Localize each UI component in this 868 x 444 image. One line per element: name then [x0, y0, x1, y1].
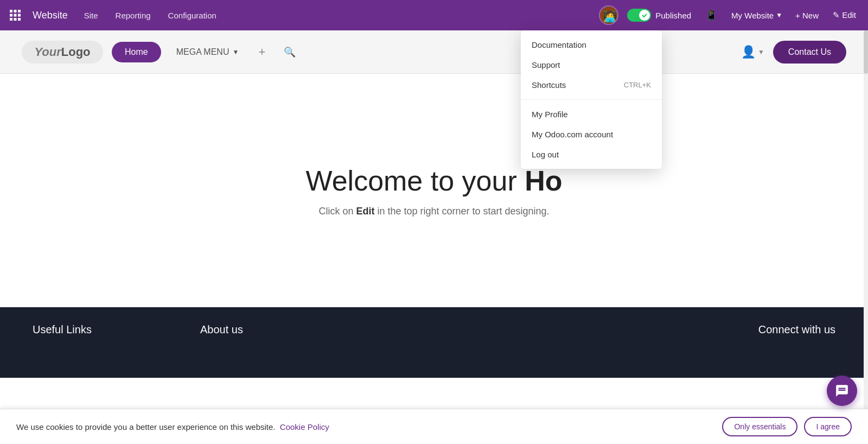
- cookie-policy-link[interactable]: Cookie Policy: [280, 422, 329, 432]
- mega-menu-label: MEGA MENU: [176, 47, 229, 57]
- cookie-banner: We use cookies to provide you a better u…: [0, 409, 868, 444]
- subtitle-edit: Edit: [356, 206, 374, 217]
- website-header: YourLogo Home MEGA MENU ▼ + 🔍 👤 ▼ Contac…: [0, 30, 868, 74]
- nav-configuration[interactable]: Configuration: [161, 0, 224, 30]
- edit-button[interactable]: ✎ Edit: [827, 8, 861, 22]
- avatar-button[interactable]: 🧑‍💻: [599, 5, 618, 25]
- cookie-text: We use cookies to provide you a better u…: [16, 422, 716, 432]
- main-content-area: Welcome to your Ho Click on Edit in the …: [0, 74, 868, 307]
- dropdown-support[interactable]: Support: [521, 55, 662, 75]
- welcome-prefix: Welcome to your: [306, 165, 525, 196]
- dropdown-logout[interactable]: Log out: [521, 144, 662, 164]
- cookie-message: We use cookies to provide you a better u…: [16, 422, 276, 432]
- my-odoo-label: My Odoo.com account: [532, 130, 613, 139]
- connect-title: Connect with us: [758, 324, 835, 336]
- top-navbar: Website Site Reporting Configuration 🧑‍💻…: [0, 0, 868, 30]
- support-label: Support: [532, 60, 560, 69]
- live-chat-button[interactable]: [827, 376, 857, 406]
- subtitle-suffix: in the top right corner to start designi…: [374, 206, 549, 217]
- dropdown-section-account: My Profile My Odoo.com account Log out: [521, 100, 662, 169]
- svg-rect-0: [10, 10, 12, 12]
- chevron-down-icon: ▼: [232, 48, 239, 56]
- published-label: Published: [655, 11, 691, 20]
- nav-reporting[interactable]: Reporting: [108, 0, 158, 30]
- footer-about-us: About us: [200, 324, 243, 336]
- svg-rect-4: [14, 14, 17, 17]
- contact-us-button[interactable]: Contact Us: [773, 41, 846, 64]
- dropdown-shortcuts[interactable]: Shortcuts CTRL+K: [521, 75, 662, 95]
- svg-rect-3: [10, 14, 12, 17]
- subtitle-prefix: Click on: [318, 206, 356, 217]
- my-profile-label: My Profile: [532, 110, 568, 119]
- grid-menu-icon[interactable]: [7, 7, 24, 24]
- dropdown-my-odoo[interactable]: My Odoo.com account: [521, 124, 662, 144]
- logo-bold: Logo: [61, 45, 91, 59]
- scrollbar-track[interactable]: [864, 30, 868, 411]
- shortcuts-key: CTRL+K: [624, 81, 651, 89]
- cookie-essentials-button[interactable]: Only essentials: [722, 417, 797, 436]
- user-account-button[interactable]: 👤 ▼: [741, 45, 764, 59]
- footer-useful-links: Useful Links: [33, 324, 92, 336]
- website-selector[interactable]: My Website ▼: [727, 9, 787, 22]
- mega-menu-button[interactable]: MEGA MENU ▼: [170, 43, 246, 61]
- logo[interactable]: YourLogo: [22, 41, 103, 64]
- home-nav-button[interactable]: Home: [112, 42, 161, 62]
- cookie-agree-button[interactable]: I agree: [804, 417, 852, 436]
- avatar-image: 🧑‍💻: [600, 7, 618, 25]
- published-toggle-button[interactable]: Published: [623, 7, 695, 24]
- svg-rect-1: [14, 10, 17, 12]
- chevron-down-icon: ▼: [776, 11, 782, 19]
- user-icon: 👤: [741, 45, 756, 59]
- welcome-bold: Ho: [525, 165, 562, 196]
- svg-rect-5: [18, 14, 21, 17]
- shortcuts-label: Shortcuts: [532, 80, 566, 90]
- search-button[interactable]: 🔍: [278, 43, 301, 61]
- user-chevron-icon: ▼: [758, 48, 764, 56]
- useful-links-title: Useful Links: [33, 324, 92, 336]
- nav-site[interactable]: Site: [76, 0, 106, 30]
- dropdown-section-help: Documentation Support Shortcuts CTRL+K: [521, 30, 662, 100]
- nav-brand[interactable]: Website: [26, 10, 74, 21]
- toggle-knob: [639, 10, 650, 21]
- svg-rect-2: [18, 10, 21, 12]
- svg-rect-7: [14, 18, 17, 21]
- svg-rect-6: [10, 18, 12, 21]
- scrollbar-thumb[interactable]: [864, 30, 868, 74]
- new-button[interactable]: + New: [791, 9, 823, 22]
- about-us-title: About us: [200, 324, 243, 336]
- dropdown-my-profile[interactable]: My Profile: [521, 104, 662, 124]
- welcome-heading: Welcome to your Ho: [306, 164, 563, 197]
- footer-connect: Connect with us: [758, 324, 835, 336]
- footer: Useful Links About us Connect with us: [0, 307, 868, 378]
- add-nav-item-button[interactable]: +: [254, 43, 270, 61]
- svg-rect-8: [18, 18, 21, 21]
- dropdown-documentation[interactable]: Documentation: [521, 35, 662, 55]
- user-dropdown-menu: Documentation Support Shortcuts CTRL+K M…: [521, 30, 662, 169]
- logout-label: Log out: [532, 150, 559, 159]
- mobile-view-icon[interactable]: 📱: [700, 6, 723, 24]
- subtitle: Click on Edit in the top right corner to…: [318, 206, 549, 217]
- logo-text: Your: [34, 45, 61, 59]
- published-toggle: [627, 9, 651, 22]
- website-name: My Website: [731, 11, 774, 20]
- documentation-label: Documentation: [532, 40, 586, 49]
